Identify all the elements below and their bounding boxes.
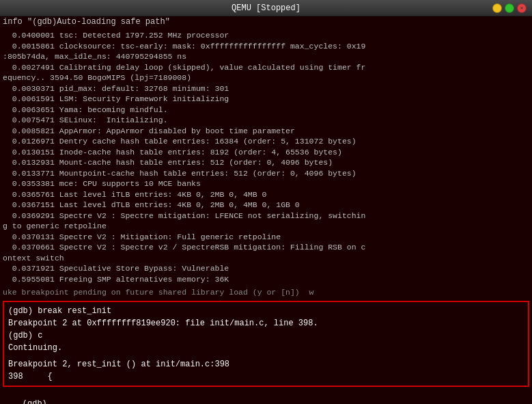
minimize-button[interactable] [492,3,502,13]
log-line: 0.0369291 Spectre V2 : Spectre mitigatio… [3,211,529,221]
log-line: 0.0130151 Inode-cache hash table entries… [3,147,529,158]
log-line: 0.0367151 Last level dTLB entries: 4KB 0… [3,200,529,211]
log-line: 0.0085821 AppArmor: AppArmor disabled by… [3,126,529,137]
scrolled-line: uke breakpoint pending on future shared … [0,286,532,299]
window-title: QEMU [Stopped] [46,3,486,13]
log-line: 0.0400001 tsc: Detected 1797.252 MHz pro… [3,30,529,41]
window-controls: ✕ [486,3,527,13]
log-line: equency.. 3594.50 BogoMIPS (lpj=7189008) [3,72,529,83]
title-bar: QEMU [Stopped] ✕ [0,0,532,16]
log-line: 0.0063651 Yama: becoming mindful. [3,105,529,116]
gdb-line: 398 { [8,371,524,383]
gdb-line: (gdb) break rest_init [8,305,524,317]
log-line: 0.0353381 mce: CPU supports 10 MCE banks [3,178,529,189]
close-button[interactable]: ✕ [517,3,527,13]
log-line: 0.0371921 Speculative Store Bypass: Vuln… [3,263,529,274]
log-line: 0.0370661 Spectre V2 : Spectre v2 / Spec… [3,242,529,253]
log-line: 0.0030371 pid_max: default: 32768 minimu… [3,83,529,94]
terminal-main: 0.0400001 tsc: Detected 1797.252 MHz pro… [0,29,532,404]
log-line: 0.0132931 Mount-cache hash table entries… [3,157,529,168]
gdb-line: Breakpoint 2 at 0xffffffff819ee920: file… [8,317,524,329]
gdb-line: Continuing. [8,342,524,354]
log-line: :805b74da, max_idle_ns: 440795294855 ns [3,51,529,62]
info-bar: info "(gdb)Auto-loading safe path" [0,16,532,29]
maximize-button[interactable] [505,3,514,13]
log-line: 0.0061591 LSM: Security Framework initia… [3,94,529,105]
log-line: ontext switch [3,253,529,264]
gdb-bottom-prompt[interactable]: (gdb) [0,388,532,404]
gdb-section: (gdb) break rest_initBreakpoint 2 at 0xf… [3,301,529,387]
log-line: 0.0370131 Spectre V2 : Mitigation: Full … [3,232,529,243]
log-line: 0.0133771 Mountpoint-cache hash table en… [3,168,529,179]
log-line: 0.5955081 Freeing SMP alternatives memor… [3,274,529,285]
log-line: 0.0126971 Dentry cache hash table entrie… [3,136,529,147]
log-line: g to generic retpoline [3,221,529,232]
log-line: 0.0075471 SELinux: Initializing. [3,115,529,126]
log-line: 0.0365761 Last level iTLB entries: 4KB 0… [3,189,529,200]
gdb-line: (gdb) c [8,329,524,342]
kernel-log: 0.0400001 tsc: Detected 1797.252 MHz pro… [0,29,532,286]
gdb-line: Breakpoint 2, rest_init () at init/main.… [8,358,524,371]
scroll-indicator: uke breakpoint pending on future shared … [3,287,529,298]
log-line: 0.0027491 Calibrating delay loop (skippe… [3,62,529,73]
info-bar-text: info "(gdb)Auto-loading safe path" [3,17,170,27]
log-line: 0.0015861 clocksource: tsc-early: mask: … [3,41,529,52]
